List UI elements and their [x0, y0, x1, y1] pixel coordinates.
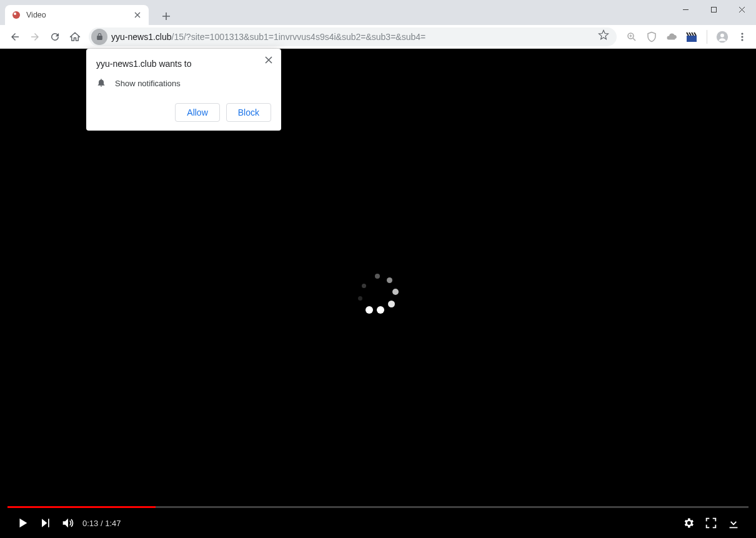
- time-display: 0:13 / 1:47: [82, 519, 121, 528]
- url-path: /15/?site=1001313&sub1=1invrvvus4s9s4i&s…: [172, 32, 426, 42]
- window-close-button[interactable]: [728, 0, 756, 19]
- svg-point-7: [720, 33, 724, 37]
- reload-button[interactable]: [45, 27, 65, 47]
- extension-zoom-icon[interactable]: [623, 28, 640, 46]
- bell-icon: [96, 77, 106, 89]
- window-controls: [672, 0, 756, 19]
- next-button[interactable]: [34, 512, 56, 534]
- home-button[interactable]: [65, 27, 85, 47]
- play-button[interactable]: [11, 512, 34, 534]
- download-button[interactable]: [722, 512, 745, 534]
- browser-titlebar: Video: [0, 0, 756, 25]
- profile-avatar-icon[interactable]: [714, 28, 731, 46]
- browser-menu-button[interactable]: [734, 28, 751, 46]
- back-button[interactable]: [5, 27, 25, 47]
- browser-toolbar: yyu-news1.club /15/?site=1001313&sub1=1i…: [0, 25, 756, 49]
- volume-button[interactable]: [56, 512, 79, 534]
- toolbar-separator: [707, 30, 707, 44]
- svg-point-8: [741, 32, 743, 34]
- url-host: yyu-news1.club: [111, 32, 172, 42]
- allow-button[interactable]: Allow: [175, 103, 219, 122]
- tab-close-icon[interactable]: [132, 10, 142, 20]
- svg-rect-4: [687, 36, 697, 42]
- window-minimize-button[interactable]: [672, 0, 700, 19]
- address-bar[interactable]: yyu-news1.club /15/?site=1001313&sub1=1i…: [89, 27, 617, 46]
- extension-shield-icon[interactable]: [643, 28, 660, 46]
- site-info-button[interactable]: [91, 29, 107, 45]
- dialog-request-text: Show notifications: [115, 79, 181, 88]
- svg-point-10: [741, 39, 743, 41]
- svg-point-9: [741, 36, 743, 37]
- new-tab-button[interactable]: [157, 7, 175, 25]
- extension-cloud-icon[interactable]: [663, 28, 680, 46]
- tab-title: Video: [26, 11, 132, 19]
- bookmark-star-icon[interactable]: [598, 29, 609, 44]
- browser-tab[interactable]: Video: [5, 5, 149, 25]
- dialog-close-icon[interactable]: [261, 52, 276, 67]
- forward-button[interactable]: [25, 27, 45, 47]
- settings-button[interactable]: [677, 512, 700, 534]
- block-button[interactable]: Block: [226, 103, 271, 122]
- dialog-title: yyu-news1.club wants to: [96, 59, 271, 69]
- duration: 1:47: [105, 519, 121, 528]
- current-time: 0:13: [82, 519, 98, 528]
- toolbar-right-icons: [623, 28, 751, 46]
- svg-rect-2: [712, 7, 717, 12]
- tab-favicon: [11, 10, 21, 20]
- svg-point-0: [12, 11, 20, 19]
- svg-point-1: [14, 12, 16, 15]
- theater-mode-button[interactable]: [700, 512, 722, 534]
- loading-spinner-icon: [358, 274, 398, 314]
- extension-clapper-icon[interactable]: [683, 28, 700, 46]
- notification-permission-dialog: yyu-news1.club wants to Show notificatio…: [86, 49, 281, 131]
- video-control-bar: 0:13 / 1:47: [0, 508, 756, 538]
- window-maximize-button[interactable]: [700, 0, 728, 19]
